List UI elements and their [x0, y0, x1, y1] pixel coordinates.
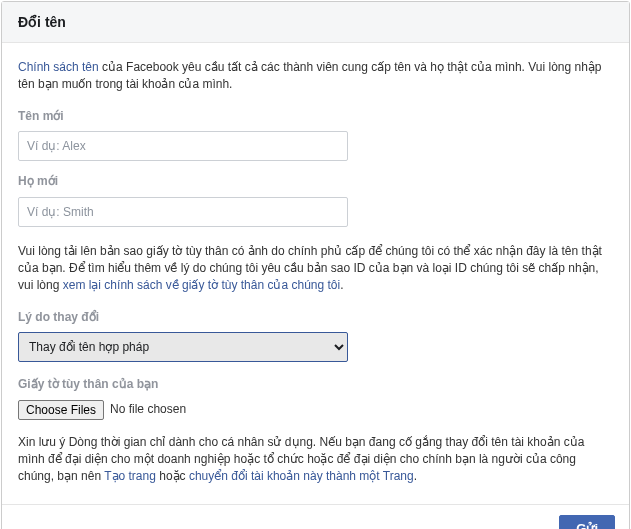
dialog-header: Đổi tên	[2, 2, 629, 43]
id-policy-link[interactable]: xem lại chính sách về giấy tờ tùy thân c…	[63, 278, 340, 292]
dialog-footer: Gửi	[2, 504, 629, 529]
file-status: No file chosen	[110, 401, 186, 418]
upload-post: .	[340, 278, 343, 292]
timeline-note: Xin lưu ý Dòng thời gian chỉ dành cho cá…	[18, 434, 613, 486]
reason-label: Lý do thay đổi	[18, 309, 613, 326]
dialog-title: Đổi tên	[18, 14, 613, 30]
convert-page-link[interactable]: chuyển đổi tài khoản này thành một Trang	[189, 469, 414, 483]
note-post: .	[414, 469, 417, 483]
id-label: Giấy tờ tùy thân của bạn	[18, 376, 613, 393]
last-name-input[interactable]	[18, 197, 348, 227]
last-name-label: Họ mới	[18, 173, 613, 190]
choose-files-button[interactable]: Choose Files	[18, 400, 104, 420]
create-page-link[interactable]: Tạo trang	[104, 469, 156, 483]
first-name-label: Tên mới	[18, 108, 613, 125]
change-name-dialog: Đổi tên Chính sách tên của Facebook yêu …	[1, 1, 630, 529]
name-policy-link[interactable]: Chính sách tên	[18, 60, 99, 74]
file-upload-row: Choose Files No file chosen	[18, 400, 613, 420]
dialog-body: Chính sách tên của Facebook yêu cầu tất …	[2, 43, 629, 504]
upload-instructions: Vui lòng tải lên bản sao giấy tờ tùy thâ…	[18, 243, 613, 295]
intro-text: Chính sách tên của Facebook yêu cầu tất …	[18, 59, 613, 94]
submit-button[interactable]: Gửi	[559, 515, 615, 529]
note-mid: hoặc	[156, 469, 189, 483]
reason-select-wrap: Thay đổi tên hợp pháp	[18, 332, 348, 362]
intro-rest: của Facebook yêu cầu tất cả các thành vi…	[18, 60, 602, 91]
reason-select[interactable]: Thay đổi tên hợp pháp	[18, 332, 348, 362]
first-name-input[interactable]	[18, 131, 348, 161]
